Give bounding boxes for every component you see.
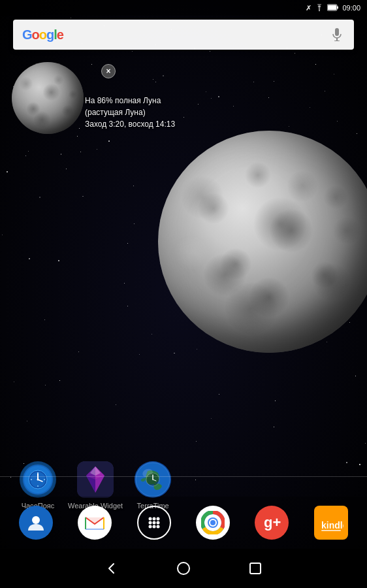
search-bar[interactable]: Google: [13, 20, 354, 50]
svg-point-14: [37, 479, 39, 481]
svg-point-39: [152, 521, 155, 525]
dock-divider: [0, 476, 367, 477]
nav-recent-button[interactable]: [246, 559, 265, 578]
clock-zones-icon: [20, 461, 56, 498]
widget-close-button[interactable]: ×: [101, 64, 116, 78]
svg-point-42: [152, 525, 155, 529]
time-display: 09:00: [342, 4, 360, 12]
svg-text:g+: g+: [264, 514, 281, 531]
svg-point-48: [210, 520, 215, 525]
svg-point-38: [148, 521, 152, 525]
moon-widget-text: На 86% полная Луна (растущая Луна) Заход…: [85, 95, 175, 130]
svg-rect-2: [328, 5, 336, 10]
svg-rect-3: [337, 6, 338, 8]
terra-time-icon: [135, 461, 171, 498]
battery-icon: [327, 4, 339, 12]
bottom-dock: g+ kindle: [0, 497, 367, 549]
dock-contacts[interactable]: [19, 506, 53, 540]
svg-point-40: [156, 521, 159, 525]
dock-gmail[interactable]: [78, 506, 112, 540]
dock-chrome[interactable]: [196, 506, 230, 540]
svg-point-0: [319, 10, 320, 11]
svg-point-41: [148, 525, 152, 529]
svg-rect-6: [334, 41, 340, 41]
moon-info-line3: Заход 3:20, восход 14:13: [85, 118, 175, 130]
wearable-widget-icon: [77, 461, 114, 498]
nav-home-button[interactable]: [174, 559, 193, 578]
svg-point-37: [156, 517, 159, 521]
google-logo: Google: [22, 27, 63, 42]
moon-large: [158, 131, 367, 353]
dock-kindle[interactable]: kindle: [314, 506, 348, 540]
svg-point-33: [32, 516, 40, 524]
moon-info-line2: (растущая Луна): [85, 106, 175, 118]
svg-point-53: [178, 563, 189, 574]
svg-rect-5: [336, 38, 338, 41]
svg-rect-52: [321, 530, 341, 531]
mic-icon[interactable]: [329, 27, 345, 42]
dock-apps-drawer[interactable]: [137, 506, 171, 540]
nav-bar: [0, 549, 367, 588]
dock-google-plus[interactable]: g+: [255, 506, 289, 540]
svg-text:kindle: kindle: [321, 520, 343, 531]
status-bar: ✗ 09:00: [0, 0, 367, 16]
svg-rect-54: [250, 563, 261, 574]
svg-point-35: [148, 517, 152, 521]
moon-widget[interactable]: [12, 62, 84, 134]
svg-point-43: [156, 525, 159, 529]
svg-rect-4: [335, 28, 339, 36]
moon-info-line1: На 86% полная Луна: [85, 95, 175, 106]
wifi-icon: [315, 4, 324, 12]
nav-back-button[interactable]: [102, 559, 121, 578]
bluetooth-icon: ✗: [306, 4, 311, 12]
svg-point-36: [152, 517, 155, 521]
